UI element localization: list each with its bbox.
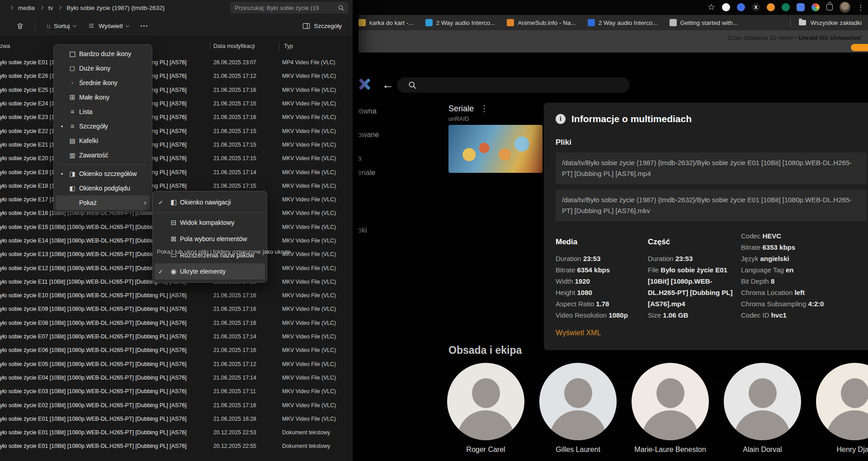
table-row[interactable]: Było sobie życie E03 [10Bit] [1080p.WEB-… bbox=[0, 385, 353, 398]
bookmark-item[interactable]: Getting started with... bbox=[670, 19, 738, 26]
extension-icon-multicolor[interactable] bbox=[811, 3, 820, 11]
explorer-search-input[interactable]: Przeszukaj: Było sobie życie (19 bbox=[230, 2, 349, 14]
column-header-type[interactable]: Typ bbox=[284, 43, 293, 49]
sidebar-item-series[interactable]: eriale bbox=[358, 169, 375, 177]
menu-item[interactable]: ▤ Kafelki bbox=[56, 133, 150, 148]
back-button[interactable]: ← bbox=[382, 78, 394, 91]
info-value: 1.78 bbox=[596, 300, 609, 308]
server-name: unRAID bbox=[448, 115, 469, 122]
bookmark-favicon bbox=[425, 19, 433, 26]
submenu-item[interactable]: ✓ ◧ Okienko nawigacji bbox=[155, 194, 265, 210]
menu-item-show[interactable]: Pokaż › bbox=[56, 195, 150, 210]
details-pane-button[interactable]: Szczegóły bbox=[298, 15, 346, 36]
file-path-box: /data/tv/Było sobie życie (1987) {tmdb-2… bbox=[556, 152, 867, 184]
menu-item[interactable]: ◻ Bardzo duże ikony bbox=[56, 47, 150, 61]
menu-item[interactable]: ▥ Zawartość bbox=[56, 148, 150, 162]
bookmark-item[interactable]: AnimeSub.info - Na... bbox=[507, 19, 576, 26]
column-header-name[interactable]: Nazwa bbox=[0, 43, 10, 49]
table-row[interactable]: Było sobie życie E20 [10Bit] [1080p.WEB-… bbox=[0, 152, 353, 165]
more-options-button[interactable] bbox=[136, 23, 152, 29]
section-menu-dots-icon[interactable]: ⋮ bbox=[480, 103, 489, 114]
favorites-star-icon[interactable]: ☆ bbox=[708, 2, 715, 13]
section-title[interactable]: Seriale bbox=[448, 104, 474, 114]
file-type: MKV Video File (VLC) bbox=[280, 333, 353, 340]
submenu-item[interactable]: ✓ ◉ Ukryte elementy bbox=[155, 263, 265, 280]
breadcrumb-item-folder[interactable]: Było sobie życie (1987) {tmdb-2632} bbox=[66, 5, 165, 11]
file-date: 21.06.2025 17:14 bbox=[212, 333, 280, 340]
cast-member[interactable]: Henry Djan bbox=[816, 363, 868, 454]
menu-item[interactable]: ◻ Duże ikony bbox=[56, 61, 150, 76]
sidebar-item-home[interactable]: łówna bbox=[358, 107, 377, 115]
submenu-item[interactable]: ⊠ Pola wyboru elementów bbox=[155, 231, 265, 247]
bookmark-item[interactable]: 2 Way audio Interco... bbox=[588, 19, 658, 26]
table-row[interactable]: Było sobie życie E26 [10Bit] [1080p.WEB-… bbox=[0, 69, 353, 83]
show-submenu: ✓ ◧ Okienko nawigacji ⊟ Widok kompaktowy… bbox=[152, 191, 267, 283]
table-row[interactable]: Było sobie życie E10 [10Bit] [1080p.WEB-… bbox=[0, 289, 353, 302]
all-bookmarks-button[interactable]: Wszystkie zakładki bbox=[811, 19, 862, 26]
table-row[interactable]: Było sobie życie E08 [10Bit] [1080p.WEB-… bbox=[0, 316, 353, 330]
sidebar-item-suggested[interactable]: owane bbox=[358, 131, 379, 139]
menu-item[interactable]: • ◨ Okienko szczegółów bbox=[56, 166, 150, 181]
browser-menu-icon[interactable]: ⋮ bbox=[857, 3, 864, 12]
menu-item-label: Bardzo duże ikony bbox=[79, 50, 131, 57]
column-header-date[interactable]: Data modyfikacji bbox=[213, 43, 255, 49]
series-thumbnail[interactable] bbox=[448, 125, 542, 173]
extension-icon-green[interactable] bbox=[782, 3, 790, 11]
menu-item[interactable]: ◧ Okienko podglądu bbox=[56, 181, 150, 195]
search-bar[interactable] bbox=[397, 77, 630, 93]
extension-icon-shield[interactable] bbox=[797, 3, 805, 11]
media-info-row: Aspect Ratio 1.78 bbox=[556, 298, 648, 309]
view-xml-link[interactable]: Wyświetl XML bbox=[556, 329, 601, 337]
column-divider[interactable] bbox=[210, 42, 210, 51]
file-type: MKV Video File (VLC) bbox=[280, 87, 353, 93]
table-row[interactable]: Było sobie życie E01 [10Bit] [1080p.WEB-… bbox=[0, 412, 353, 426]
column-divider[interactable] bbox=[279, 42, 279, 51]
bookmark-item[interactable]: 2 Way audio Interco... bbox=[425, 19, 495, 26]
cast-member[interactable]: Roger Carel bbox=[447, 363, 524, 454]
table-row[interactable]: Było sobie życie E06 [10Bit] [1080p.WEB-… bbox=[0, 343, 353, 357]
file-type: Dokument tekstowy bbox=[280, 429, 353, 436]
table-row[interactable]: Było sobie życie E01 [10Bit] [1080p.WEB-… bbox=[0, 56, 353, 69]
submenu-item[interactable]: ⊟ Widok kompaktowy bbox=[155, 214, 265, 231]
sort-button[interactable]: ↑↓ Sortuj bbox=[42, 20, 80, 32]
table-row[interactable]: Było sobie życie E05 [10Bit] [1080p.WEB-… bbox=[0, 357, 353, 371]
unraid-orange-button[interactable] bbox=[851, 44, 868, 51]
bookmark-item[interactable]: karka do kart -... bbox=[359, 19, 414, 26]
menu-item[interactable]: ≡ Lista bbox=[56, 105, 150, 119]
cast-member[interactable]: Gilles Laurent bbox=[539, 363, 617, 454]
table-row[interactable]: Było sobie życie E22 [10Bit] [1080p.WEB-… bbox=[0, 124, 353, 138]
file-date: 21.06.2025 17:14 bbox=[212, 169, 280, 176]
view-button[interactable]: Wyświetl bbox=[83, 20, 133, 32]
table-row[interactable]: Było sobie życie E09 [10Bit] [1080p.WEB-… bbox=[0, 302, 353, 316]
table-row[interactable]: Było sobie życie E01 [10Bit] [1080p.WEB-… bbox=[0, 439, 353, 453]
menu-item-icon: ◻ bbox=[66, 49, 79, 59]
cast-member[interactable]: Alain Dorval bbox=[724, 363, 801, 454]
breadcrumb-item-media[interactable]: media bbox=[18, 5, 35, 11]
table-row[interactable]: Było sobie życie E02 [10Bit] [1080p.WEB-… bbox=[0, 398, 353, 412]
breadcrumb-item-tv[interactable]: tv bbox=[48, 5, 53, 11]
table-row[interactable]: Było sobie życie E21 [10Bit] [1080p.WEB-… bbox=[0, 138, 353, 152]
extensions-puzzle-icon[interactable] bbox=[826, 4, 833, 10]
table-row[interactable]: Było sobie życie E19 [10Bit] [1080p.WEB-… bbox=[0, 165, 353, 179]
file-date: 20.12.2025 22:53 bbox=[212, 429, 280, 436]
table-row[interactable]: Było sobie życie E01 [10Bit] [1080p.WEB-… bbox=[0, 426, 353, 439]
delete-button[interactable] bbox=[12, 19, 28, 33]
browser-profile-avatar[interactable] bbox=[840, 2, 850, 13]
extension-icon-white[interactable] bbox=[722, 3, 730, 11]
table-row[interactable]: Było sobie życie E23 [10Bit] [1080p.WEB-… bbox=[0, 110, 353, 124]
extension-icon-orange[interactable] bbox=[767, 3, 775, 11]
table-row[interactable]: Było sobie życie E24 [10Bit] [1080p.WEB-… bbox=[0, 97, 353, 110]
sort-icon: ↑↓ bbox=[46, 23, 50, 29]
menu-item[interactable]: ⊞ Małe ikony bbox=[56, 90, 150, 105]
cast-member[interactable]: Marie-Laure Beneston bbox=[632, 363, 709, 454]
media-info-dialog: i Informacje o multimediach Pliki /data/… bbox=[544, 103, 868, 350]
menu-item[interactable]: • ≡ Szczegóły bbox=[56, 119, 150, 133]
table-row[interactable]: Było sobie życie E04 [10Bit] [1080p.WEB-… bbox=[0, 371, 353, 385]
extension-icon-blue[interactable] bbox=[737, 3, 745, 11]
table-row[interactable]: Było sobie życie E25 [10Bit] [1080p.WEB-… bbox=[0, 83, 353, 97]
extension-icon-x[interactable]: X bbox=[752, 3, 760, 11]
menu-item[interactable]: ▫ Średnie ikony bbox=[56, 76, 150, 90]
sidebar-item-views[interactable]: oki bbox=[358, 226, 367, 234]
sidebar-item-media[interactable]: a bbox=[358, 154, 362, 162]
table-row[interactable]: Było sobie życie E07 [10Bit] [1080p.WEB-… bbox=[0, 330, 353, 343]
